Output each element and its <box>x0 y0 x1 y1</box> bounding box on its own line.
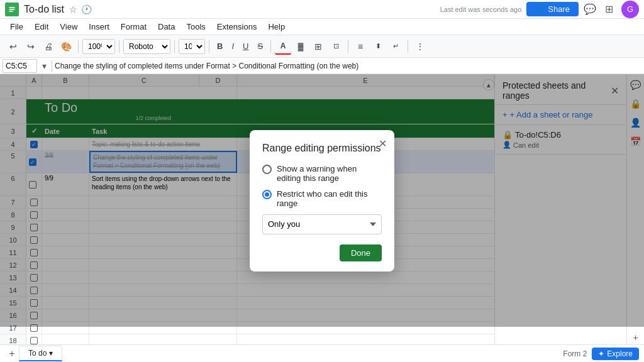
cell-b18[interactable] <box>42 334 89 344</box>
avatar[interactable]: G <box>621 1 639 18</box>
more-tools-button[interactable]: ⋮ <box>412 38 428 55</box>
menu-bar: File Edit View Insert Format Data Tools … <box>0 19 644 35</box>
menu-format[interactable]: Format <box>116 21 152 33</box>
print-button[interactable]: 🖨 <box>40 38 57 55</box>
menu-file[interactable]: File <box>5 21 28 33</box>
toolbar-divider-7 <box>408 40 408 53</box>
explore-label: Explore <box>607 349 633 358</box>
menu-extensions[interactable]: Extensions <box>212 21 262 33</box>
dialog-actions: Done <box>262 244 382 261</box>
menu-tools[interactable]: Tools <box>181 21 210 33</box>
top-icons: 💬 ⊞ <box>582 2 616 17</box>
strikethrough-button[interactable]: S <box>253 38 267 55</box>
top-bar: To-do list ☆ 🕐 Last edit was seconds ago… <box>0 0 644 19</box>
explore-icon: ✦ <box>598 349 604 358</box>
paint-format-button[interactable]: 🎨 <box>58 38 74 55</box>
bottom-right: Form 2 ✦ Explore <box>563 348 639 360</box>
add-sheet-button[interactable]: + <box>5 347 19 361</box>
dialog-title: Range editing permissions <box>262 143 382 154</box>
text-color-button[interactable]: A <box>275 38 291 55</box>
share-label: Share <box>548 4 570 14</box>
grid-icon[interactable]: ⊞ <box>601 2 616 17</box>
menu-help[interactable]: Help <box>263 21 290 33</box>
sheet-tab-label: To do <box>28 349 47 358</box>
formula-divider <box>52 60 52 72</box>
doc-title: To-do list <box>24 4 64 15</box>
toolbar-divider-1 <box>78 40 79 53</box>
done-button[interactable]: Done <box>340 244 382 261</box>
cell-a18[interactable] <box>26 334 42 344</box>
toolbar-divider-3 <box>174 40 175 53</box>
cell-c18[interactable] <box>89 334 237 344</box>
wrap-button[interactable]: ↵ <box>387 38 404 55</box>
formula-input[interactable] <box>55 59 641 73</box>
menu-view[interactable]: View <box>55 21 82 33</box>
range-editing-dialog: Range editing permissions ✕ Show a warni… <box>250 130 394 272</box>
toolbar-divider-4 <box>209 40 209 53</box>
italic-button[interactable]: I <box>228 38 238 55</box>
font-select[interactable]: Roboto <box>123 39 170 54</box>
radio-option-2[interactable]: Restrict who can edit this range <box>262 189 382 208</box>
menu-insert[interactable]: Insert <box>84 21 114 33</box>
expand-formula-icon[interactable]: ▾ <box>40 61 49 71</box>
sheet-tab-chevron: ▾ <box>49 349 53 358</box>
sheet-tab-todo[interactable]: To do ▾ <box>19 346 62 361</box>
toolbar-divider-5 <box>270 40 271 53</box>
sheet-count-label: Form 2 <box>563 349 587 358</box>
zoom-select[interactable]: 100% <box>82 39 115 54</box>
app-icon <box>5 3 19 16</box>
undo-button[interactable]: ↩ <box>5 38 21 55</box>
formula-bar: ▾ <box>0 58 644 74</box>
toolbar-divider-2 <box>119 40 119 53</box>
dialog-close-button[interactable]: ✕ <box>379 138 387 150</box>
row-num: 18 <box>0 334 26 344</box>
restrict-dropdown-row: Only you Custom <box>262 214 382 234</box>
radio-1-circle <box>262 165 272 174</box>
table-row[interactable]: 18 <box>0 334 494 344</box>
star-icon[interactable]: ☆ <box>69 4 77 14</box>
borders-button[interactable]: ⊞ <box>310 38 326 55</box>
toolbar: ↩ ↪ 🖨 🎨 100% Roboto 10 B I U S A ▓ ⊞ ⊡ ≡… <box>0 35 644 58</box>
menu-edit[interactable]: Edit <box>30 21 53 33</box>
bottom-bar: + To do ▾ Form 2 ✦ Explore <box>0 344 644 362</box>
menu-data[interactable]: Data <box>153 21 180 33</box>
underline-button[interactable]: U <box>239 38 252 55</box>
merge-button[interactable]: ⊡ <box>328 38 344 55</box>
fill-color-button[interactable]: ▓ <box>292 38 309 55</box>
radio-2-label: Restrict who can edit this range <box>277 189 382 208</box>
share-icon: 👤 <box>535 4 545 14</box>
last-edit: Last edit was seconds ago <box>440 6 522 13</box>
align-vert-button[interactable]: ⬍ <box>370 38 386 55</box>
radio-option-1[interactable]: Show a warning when editing this range <box>262 164 382 183</box>
align-left-button[interactable]: ≡ <box>352 38 369 55</box>
main-area: A B C D E 1 2 To Do 1/2 completed 3 ✓ Da <box>0 74 644 344</box>
bold-button[interactable]: B <box>213 38 226 55</box>
explore-button[interactable]: ✦ Explore <box>592 348 639 360</box>
modal-overlay: Range editing permissions ✕ Show a warni… <box>0 74 644 327</box>
share-button[interactable]: 👤 Share <box>526 2 579 16</box>
font-size-select[interactable]: 10 <box>179 39 205 54</box>
restrict-dropdown[interactable]: Only you Custom <box>262 214 382 234</box>
radio-2-circle <box>262 190 272 199</box>
toolbar-divider-6 <box>348 40 348 53</box>
cell-reference-input[interactable] <box>3 59 37 73</box>
history-icon[interactable]: 🕐 <box>81 4 92 14</box>
title-icons: ☆ 🕐 <box>69 4 92 14</box>
radio-1-label: Show a warning when editing this range <box>277 164 382 183</box>
redo-button[interactable]: ↪ <box>23 38 39 55</box>
checkbox-18[interactable] <box>30 337 38 344</box>
comments-icon[interactable]: 💬 <box>582 2 597 17</box>
add-side-icon[interactable]: + <box>629 331 643 344</box>
